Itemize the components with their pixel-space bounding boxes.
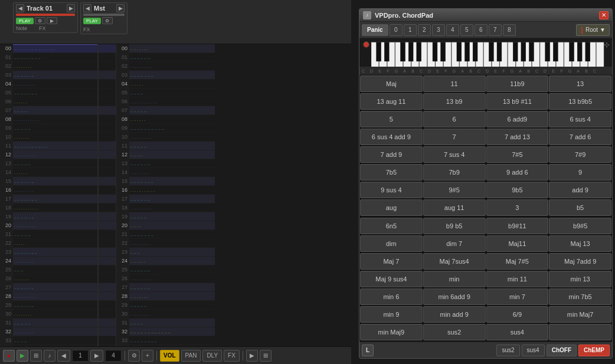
l-btn[interactable]: L — [362, 345, 374, 356]
stop-btn[interactable]: ● — [3, 350, 15, 362]
chord-btn-sus4[interactable]: sus4 — [486, 324, 549, 340]
lane-d-row[interactable]: .. .. .. .. .. .. — [129, 159, 215, 168]
add-btn[interactable]: + — [142, 350, 153, 362]
lane-d-row[interactable]: . . . . . . — [129, 150, 215, 159]
lane-d-row[interactable]: .. .. .. .. .. .. .. .. .. .. — [129, 124, 215, 133]
chord-btn-min-maj9[interactable]: min Maj9 — [360, 324, 423, 340]
lane-a-row[interactable]: . . . . . . . . . . — [13, 221, 97, 230]
chord-btn-b9-b5[interactable]: b9 b5 — [423, 218, 486, 234]
lane-d-row[interactable]: .. .. .. .. .. .. .. — [129, 177, 215, 186]
lane-d-row[interactable]: .. .. .. .. — [129, 88, 215, 97]
chord-btn-9-sus-4[interactable]: 9 sus 4 — [360, 182, 423, 198]
lane-d-row[interactable]: .. .. .. — [129, 248, 215, 257]
mst-next-btn[interactable]: ▶ — [116, 4, 125, 12]
piano-roll-btn[interactable]: ♪ — [44, 350, 55, 362]
chord-btn-dim[interactable]: dim — [360, 235, 423, 252]
chord-btn-7-add-6[interactable]: 7 add 6 — [549, 129, 611, 145]
lane-a-row[interactable]: . . . . . . . . . . . . — [13, 115, 97, 124]
lane-d-row[interactable]: .. .. .. .. .. .. — [129, 195, 215, 204]
lane-d-row[interactable]: . . . . . . . . . — [129, 239, 215, 248]
lane-d-row[interactable]: .. .. .. .. .. .. — [129, 53, 215, 62]
chord-btn-13-b9b5[interactable]: 13 b9b5 — [549, 93, 611, 110]
extra-btn-2[interactable]: ⊞ — [260, 350, 271, 362]
lane-a-row[interactable]: .. .. .. .. — [13, 336, 97, 345]
chord-btn-59[interactable] — [549, 324, 611, 340]
lane-a-row[interactable]: . . . . . . . — [13, 133, 97, 142]
chord-btn-dim-7[interactable]: dim 7 — [423, 235, 486, 252]
lane-d-row[interactable]: . . . . . . . . — [129, 292, 215, 301]
chord-btn-b5[interactable]: b5 — [549, 199, 611, 216]
chord-btn-11b9[interactable]: 11b9 — [486, 76, 549, 92]
chord-btn-13-b9-#11[interactable]: 13 b9 #11 — [486, 93, 549, 110]
play-btn[interactable]: ▶ — [17, 350, 28, 362]
lane-d-row[interactable]: .. .. .. .. .. .. .. — [129, 230, 215, 239]
lane-d-row[interactable]: . . . . . . . — [129, 115, 215, 124]
lane-a-row[interactable]: . . . . . . . . . — [13, 257, 97, 265]
lane-d-row[interactable]: . . . . . . — [129, 80, 215, 88]
chord-btn-9b5[interactable]: 9b5 — [486, 182, 549, 198]
lane-d-row[interactable]: .. .. .. .. .. — [129, 106, 215, 115]
chord-btn-9[interactable]: 9 — [549, 164, 611, 181]
num-btn-5[interactable]: 5 — [460, 24, 473, 36]
extra-btn[interactable]: ▶ — [246, 350, 258, 362]
chord-btn-b9#5[interactable]: b9#5 — [549, 218, 611, 234]
lane-a-row[interactable]: . . . . . . . . . . — [13, 150, 97, 159]
chord-btn-min-11[interactable]: min 11 — [486, 271, 549, 287]
num-btn-3[interactable]: 3 — [432, 24, 445, 36]
lane-d-row[interactable]: .. .. .. .. — [129, 319, 215, 327]
chord-btn-7#9[interactable]: 7#9 — [549, 146, 611, 163]
lane-a-row[interactable]: . . . . . . . . — [13, 310, 97, 319]
chord-btn-maj-7#5[interactable]: Maj 7#5 — [486, 253, 549, 270]
lane-d-row[interactable]: . . . . . . . . . — [129, 168, 215, 177]
lane-d-row[interactable]: .. .. .. .. .. .. .. .. .. .. .. .. — [129, 327, 215, 336]
lane-d-row[interactable]: .. .. .. .. .. .. — [129, 265, 215, 274]
chord-btn-min-7b5[interactable]: min 7b5 — [549, 288, 611, 305]
num-btn-4[interactable]: 4 — [446, 24, 459, 36]
track-next-btn[interactable]: ▶ — [67, 4, 75, 12]
lane-d-row[interactable]: .. .. .. .. .. — [129, 142, 215, 150]
lane-a-row[interactable]: .. .. .. — [13, 265, 97, 274]
lane-d-row[interactable]: .. .. .. .. .. — [129, 301, 215, 310]
panic-btn[interactable]: Panic — [362, 24, 388, 36]
lane-d-row[interactable]: .. .. .. .. .. — [129, 212, 215, 221]
ff-btn[interactable]: ▶ — [90, 350, 103, 362]
num-btn-7[interactable]: 7 — [489, 24, 502, 36]
chord-btn-min-maj7[interactable]: min Maj7 — [549, 306, 611, 323]
num-btn-8[interactable]: 8 — [503, 24, 516, 36]
sus2-btn[interactable]: sus2 — [496, 345, 519, 356]
lane-a-row[interactable]: .. .. .. .. .. .. — [13, 301, 97, 310]
chord-btn-7-add-13[interactable]: 7 add 13 — [486, 129, 549, 145]
lane-a-row[interactable]: .. .. .. .. .. — [13, 230, 97, 239]
lane-a-row[interactable]: .. .. .. .. .. .. — [13, 177, 97, 186]
chord-btn-9#5[interactable]: 9#5 — [423, 182, 486, 198]
lane-d-row[interactable]: . . . . . . . . . . — [129, 133, 215, 142]
chordpad-close-btn[interactable]: ✕ — [599, 11, 609, 19]
lane-a-row[interactable]: .. .. .. .. .. .. .. .. .. .. — [13, 142, 97, 150]
lane-a-row[interactable]: . . . . . — [13, 239, 97, 248]
chord-btn-13-aug-11[interactable]: 13 aug 11 — [360, 93, 423, 110]
lane-a-row[interactable]: .. .. .. .. .. .. .. — [13, 248, 97, 257]
chord-btn-maj-13[interactable]: Maj 13 — [549, 235, 611, 252]
chord-btn-maj-7sus4[interactable]: Maj 7sus4 — [423, 253, 486, 270]
lane-a-row[interactable]: .. .. .. .. .. — [13, 159, 97, 168]
lane-d-row[interactable]: . . . . . . . . . . . . — [129, 97, 215, 106]
lane-a-row[interactable]: .. .. .. .. .. — [13, 124, 97, 133]
lane-a-row[interactable]: . . . . . . . . . — [13, 186, 97, 195]
num-btn-6[interactable]: 6 — [475, 24, 488, 36]
lane-d-row[interactable]: . . . . . . . . — [129, 44, 215, 53]
chord-btn-aug[interactable]: aug — [360, 199, 423, 216]
lane-a-row[interactable]: . . . . . . . — [13, 274, 97, 283]
chord-btn-6n5[interactable]: 6n5 — [360, 218, 423, 234]
lane-a-row[interactable]: .. .. .. .. .. .. — [13, 283, 97, 292]
chord-btn-maj-7add-9[interactable]: Maj 7add 9 — [549, 253, 611, 270]
dly-btn[interactable]: DLY — [202, 350, 222, 362]
lane-a-row[interactable]: . . . . . . . . . . . — [13, 204, 97, 212]
lane-a-row[interactable]: .. .. .. .. .. .. — [13, 71, 97, 80]
mst-settings-btn[interactable]: ⚙ — [102, 17, 113, 24]
chord-btn-maj[interactable]: Maj — [360, 76, 423, 92]
lane-d-row[interactable]: . . . . . . . — [129, 257, 215, 265]
lane-a-row[interactable]: .. .. .. .. .. .. .. — [13, 195, 97, 204]
chord-btn-6-sus-4-add-9[interactable]: 6 sus 4 add 9 — [360, 129, 423, 145]
lane-d-row[interactable]: .. .. .. .. .. .. .. .. — [129, 336, 215, 345]
mst-prev-btn[interactable]: ◀ — [83, 4, 91, 12]
